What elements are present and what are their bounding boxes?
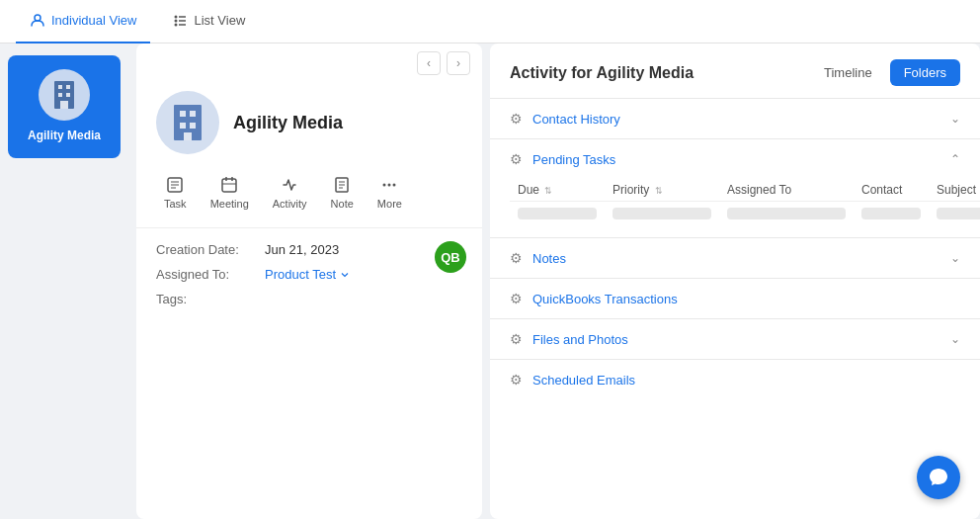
action-buttons-bar: Task Meeting Activity [136,166,482,228]
tags-label: Tags: [156,292,265,306]
scheduled-emails-header[interactable]: ⚙ Scheduled Emails [490,360,980,399]
tags-row: Tags: [156,292,462,306]
individual-view-icon [30,13,45,29]
timeline-button[interactable]: Timeline [814,59,882,86]
activity-button[interactable]: Activity [261,170,319,216]
files-photos-gear-icon: ⚙ [510,331,523,347]
pending-tasks-header[interactable]: ⚙ Pending Tasks ⌃ [490,139,980,179]
task-button[interactable]: Task [152,170,199,216]
pending-tasks-gear-icon: ⚙ [510,151,523,167]
skeleton-due [518,208,597,219]
contact-avatar [156,91,219,154]
creation-date-label: Creation Date: [156,242,265,257]
svg-point-1 [175,15,178,18]
notes-gear-icon: ⚙ [510,250,523,266]
svg-point-33 [393,184,396,187]
sidebar-contact-card[interactable]: Agility Media [8,55,121,158]
next-arrow[interactable]: › [447,51,470,75]
creation-date-value: Jun 21, 2023 [265,242,339,257]
assigned-to-value[interactable]: Product Test [265,267,351,282]
activity-label: Activity [273,198,307,210]
note-icon [333,176,351,194]
chat-fab-button[interactable] [917,456,960,499]
col-priority[interactable]: Priority ⇅ [605,179,719,202]
contact-header: Agility Media [136,75,482,166]
scheduled-emails-gear-icon: ⚙ [510,372,523,388]
sidebar-avatar [39,69,90,121]
chat-icon [928,467,949,488]
quickbooks-header[interactable]: ⚙ QuickBooks Transactions [490,279,980,318]
svg-point-3 [175,23,178,26]
building-icon [46,77,82,113]
skeleton-subject [937,208,980,219]
notes-title: Notes [532,251,940,266]
activity-title: Activity for Agility Media [510,64,694,82]
note-button[interactable]: Note [319,170,366,216]
tab-individual-view-label: Individual View [51,13,136,28]
meeting-label: Meeting [210,198,249,210]
svg-rect-9 [66,85,70,89]
panel-navigation: ‹ › [136,43,482,75]
col-contact[interactable]: Contact [854,179,929,202]
scheduled-emails-title: Scheduled Emails [532,373,960,388]
more-button[interactable]: More [366,170,414,216]
main-layout: Agility Media ‹ › Agility Media [0,43,980,519]
folders-button[interactable]: Folders [890,59,960,86]
pending-tasks-body: Due ⇅ Priority ⇅ Assigned To Contact Sub… [490,179,980,237]
svg-rect-11 [66,93,70,97]
tab-individual-view[interactable]: Individual View [16,0,150,43]
pending-tasks-chevron-icon: ⌃ [950,152,960,166]
contact-building-icon [166,101,209,144]
header-actions: Timeline Folders [814,59,960,86]
scheduled-emails-section: ⚙ Scheduled Emails [490,359,980,399]
assigned-to-label: Assigned To: [156,267,265,282]
tab-list-view-label: List View [194,13,245,28]
svg-rect-16 [180,123,186,129]
quickbooks-gear-icon: ⚙ [510,291,523,306]
meeting-icon [220,176,238,194]
col-subject[interactable]: Subject [929,179,980,202]
svg-rect-14 [180,111,186,117]
task-label: Task [164,198,187,210]
sidebar-contact-name: Agility Media [28,129,101,144]
tasks-table: Due ⇅ Priority ⇅ Assigned To Contact Sub… [510,179,980,225]
task-icon [166,176,184,194]
right-panel-header: Activity for Agility Media Timeline Fold… [490,43,980,98]
files-photos-header[interactable]: ⚙ Files and Photos ⌄ [490,319,980,359]
skeleton-priority [612,208,711,219]
right-panel: Activity for Agility Media Timeline Fold… [490,43,980,519]
svg-point-31 [383,184,386,187]
prev-arrow[interactable]: ‹ [417,51,441,75]
svg-rect-12 [60,101,68,109]
col-due[interactable]: Due ⇅ [510,179,605,202]
skeleton-contact [861,208,921,219]
contact-history-gear-icon: ⚙ [510,111,523,127]
contact-name: Agility Media [233,113,343,133]
center-panel: ‹ › Agility Media [136,43,482,519]
tab-list-view[interactable]: List View [158,0,259,43]
contact-details: Creation Date: Jun 21, 2023 Assigned To:… [136,228,482,330]
meeting-button[interactable]: Meeting [199,170,261,216]
contact-history-title: Contact History [532,112,940,127]
notes-header[interactable]: ⚙ Notes ⌄ [490,238,980,278]
more-label: More [377,198,402,210]
files-photos-title: Files and Photos [532,332,940,347]
files-photos-section: ⚙ Files and Photos ⌄ [490,318,980,359]
quickbooks-title: QuickBooks Transactions [532,292,960,306]
table-row [510,202,980,226]
svg-rect-18 [184,132,192,140]
list-view-icon [172,13,188,29]
quickbooks-section: ⚙ QuickBooks Transactions [490,278,980,318]
pending-tasks-title: Pending Tasks [532,152,940,167]
svg-point-32 [388,184,391,187]
files-photos-chevron-icon: ⌄ [950,332,960,346]
quickbooks-icon[interactable]: QB [435,241,466,273]
activity-icon [281,176,298,194]
contact-history-header[interactable]: ⚙ Contact History ⌄ [490,99,980,138]
col-assigned-to[interactable]: Assigned To [719,179,854,202]
svg-point-0 [35,15,41,21]
svg-rect-15 [190,111,196,117]
note-label: Note [331,198,354,210]
contact-history-chevron-icon: ⌄ [950,112,960,126]
top-navigation: Individual View List View [0,0,980,43]
